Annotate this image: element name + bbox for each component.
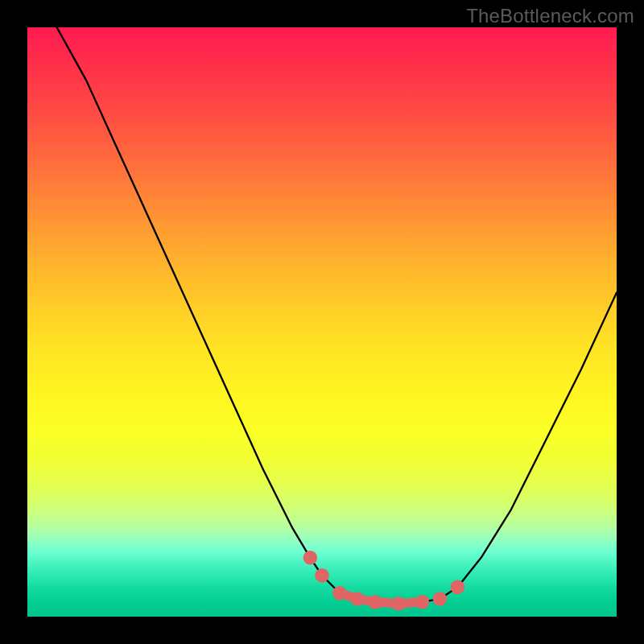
bottleneck-chart: TheBottleneck.com [0,0,644,644]
highlight-dot [415,595,430,609]
highlight-dot [391,597,406,611]
highlight-dot [303,551,318,565]
watermark-text: TheBottleneck.com [466,5,634,27]
highlight-dot [433,592,448,606]
highlight-dot [332,586,347,601]
highlight-dot [350,592,365,606]
chart-highlight-layer [27,27,617,617]
highlight-dot [315,568,329,583]
highlight-dot [451,580,465,595]
highlight-dot [368,595,382,609]
